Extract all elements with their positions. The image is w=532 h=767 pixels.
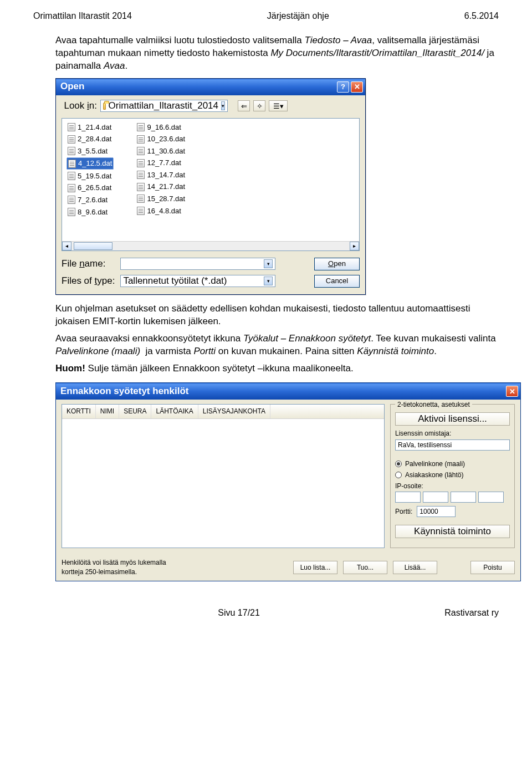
file-item[interactable]: 13_14.7.dat [136,170,186,181]
file-item[interactable]: 4_12.5.dat [66,157,114,170]
filetype-value: Tallennetut työtilat (*.dat) [123,275,227,288]
file-name: 11_30.6.dat [147,146,185,156]
doc-header-right: 6.5.2014 [464,11,499,21]
file-icon [137,195,145,203]
exit-button[interactable]: Poistu [470,561,515,574]
file-item[interactable]: 2_28.4.dat [66,134,114,145]
cancel-button[interactable]: Cancel [314,275,360,288]
chevron-down-icon[interactable]: ▾ [264,277,273,285]
file-item[interactable]: 10_23.6.dat [136,134,186,145]
column-header[interactable]: NIMI [96,405,119,418]
port-label: Portti: [395,507,412,516]
column-header[interactable]: SEURA [119,405,151,418]
file-icon [137,183,145,191]
file-item[interactable]: 14_21.7.dat [136,181,186,192]
file-item[interactable]: 16_4.8.dat [136,206,186,217]
page-footer: Sivu 17/21 Rastivarsat ry [0,608,532,626]
column-headers: KORTTINIMISEURALÄHTÖAIKALISÄYSAJANKOHTA [62,405,384,418]
toolbar-icons: ⇐ ✧ ☰▾ [238,100,288,111]
create-list-button[interactable]: Luo lista... [293,561,337,574]
ennakkoon-dialog: Ennakkoon syötetyt henkilöt ✕ KORTTINIMI… [55,382,521,581]
file-icon [137,147,145,155]
file-item[interactable]: 3_5.5.dat [66,146,114,157]
file-list[interactable]: 1_21.4.dat2_28.4.dat3_5.5.dat4_12.5.dat5… [62,118,360,251]
file-name: 16_4.8.dat [147,206,181,216]
new-folder-icon[interactable]: ✧ [253,100,265,111]
file-name: 5_19.5.dat [78,171,111,181]
license-owner-label: Lisenssin omistaja: [395,429,510,438]
column-header[interactable]: LISÄYSAJANKOHTA [198,405,270,418]
paragraph: Kun ohjelman asetukset on säädetty edell… [55,303,499,328]
file-icon [68,208,75,216]
import-button[interactable]: Tuo... [343,561,387,574]
footer-right: Rastivarsat ry [444,608,499,618]
file-name: 8_9.6.dat [78,207,108,217]
open-button[interactable]: Open [314,258,360,270]
file-icon [68,135,75,144]
person-list[interactable]: KORTTINIMISEURALÄHTÖAIKALISÄYSAJANKOHTA [62,404,385,548]
close-icon[interactable]: ✕ [351,81,363,93]
filetype-label: Files of type: [62,275,115,288]
activate-license-button[interactable]: Aktivoi lisenssi... [395,412,510,426]
filename-input[interactable]: ▾ [120,258,275,270]
radio-dot-icon [395,472,402,478]
scroll-right-icon[interactable]: ▸ [350,242,359,250]
file-name: 6_26.5.dat [78,183,111,193]
page-body: Orimattilan Iltarastit 2014 Järjestäjän … [0,0,532,592]
close-icon[interactable]: ✕ [506,386,518,397]
ip-label: IP-osoite: [395,482,510,490]
file-item[interactable]: 12_7.7.dat [136,157,186,168]
doc-header-left: Orimattilan Iltarastit 2014 [33,11,132,21]
file-name: 7_2.6.dat [78,195,108,205]
radio-dot-icon [395,461,402,467]
file-item[interactable]: 5_19.5.dat [66,171,114,182]
scrollbar-horizontal[interactable]: ◂ ▸ [62,241,359,250]
dialog-titlebar[interactable]: Ennakkoon syötetyt henkilöt ✕ [56,383,520,400]
column-header[interactable]: KORTTI [62,405,96,418]
lookin-value: Orimattilan_Iltarastit_2014 [109,100,218,113]
file-item[interactable]: 7_2.6.dat [66,195,114,206]
file-name: 4_12.5.dat [78,158,112,168]
file-name: 2_28.4.dat [78,134,111,144]
lookin-row: Look in: Orimattilan_Iltarastit_2014 ▾ ⇐… [56,95,365,115]
file-icon [137,135,145,144]
view-mode-icon[interactable]: ☰▾ [269,100,288,111]
panel-legend: 2-tietokonetta, asetukset [395,400,472,409]
radio-client[interactable]: Asiakaskone (lähtö) [395,471,510,479]
file-item[interactable]: 1_21.4.dat [66,122,114,133]
chevron-down-icon[interactable]: ▾ [221,101,225,110]
dialog-title: Ennakkoon syötetyt henkilöt [60,385,188,398]
ip-input[interactable] [395,492,510,503]
file-item[interactable]: 6_26.5.dat [66,182,114,193]
file-icon [68,184,75,192]
port-input[interactable]: 10000 [417,506,456,517]
document-header: Orimattilan Iltarastit 2014 Järjestäjän … [33,11,499,21]
file-item[interactable]: 9_16.6.dat [136,122,186,133]
file-item[interactable]: 11_30.6.dat [136,146,186,157]
file-item[interactable]: 15_28.7.dat [136,193,186,204]
scroll-thumb[interactable] [74,242,112,250]
settings-panel: 2-tietokonetta, asetukset Aktivoi lisens… [390,404,515,548]
lookin-combo[interactable]: Orimattilan_Iltarastit_2014 ▾ [100,100,228,112]
column-header[interactable]: LÄHTÖAIKA [151,405,198,418]
file-item[interactable]: 8_9.6.dat [66,207,114,218]
scroll-left-icon[interactable]: ◂ [62,242,71,250]
up-folder-icon[interactable]: ⇐ [238,100,250,111]
filename-label: File name: [62,258,115,270]
file-icon [68,172,75,180]
folder-icon [103,103,106,110]
file-icon [68,196,75,204]
license-owner-field[interactable]: RaVa, testilisenssi [395,439,510,451]
open-dialog: Open ? ✕ Look in: Orimattilan_Iltarastit… [55,78,366,295]
radio-server[interactable]: Palvelinkone (maali) [395,459,510,468]
file-icon [137,159,145,167]
file-icon [68,160,76,168]
help-icon[interactable]: ? [337,81,349,93]
add-button[interactable]: Lisää... [393,561,437,574]
chevron-down-icon[interactable]: ▾ [264,259,273,268]
start-button[interactable]: Käynnistä toiminto [395,525,510,538]
dialog-titlebar[interactable]: Open ? ✕ [56,79,365,95]
file-icon [68,123,75,131]
paragraph: Avaa seuraavaksi ennakkoonsyötetyt ikkun… [55,333,499,358]
filetype-combo[interactable]: Tallennetut työtilat (*.dat) ▾ [120,275,275,287]
